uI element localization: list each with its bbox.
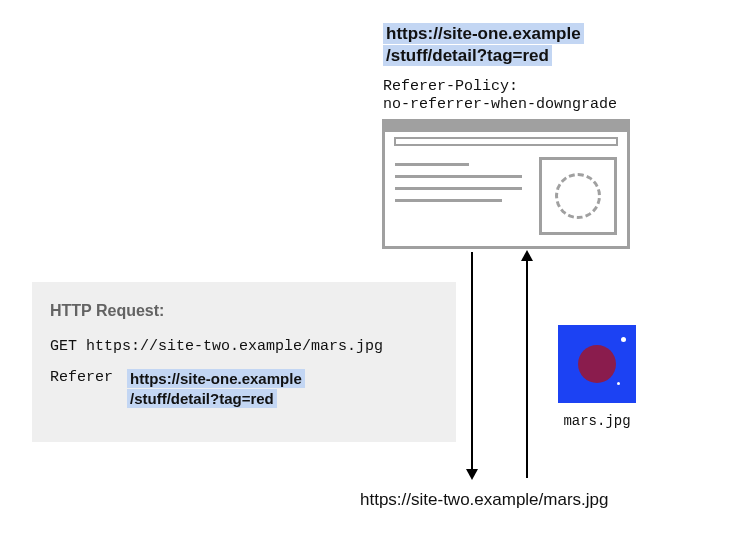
image-thumbnail: mars.jpg [558,325,636,429]
text-line [395,163,469,166]
page-url-line1: https://site-one.example [383,23,584,44]
resource-url: https://site-two.example/mars.jpg [360,490,608,510]
browser-titlebar [385,122,627,132]
request-arrow-down-icon [471,252,473,478]
image-placeholder [539,157,617,235]
page-url: https://site-one.example /stuff/detail?t… [383,23,584,67]
browser-window [382,119,630,249]
text-line [395,199,502,202]
text-lines [395,157,529,235]
text-line [395,187,522,190]
response-arrow-up-icon [526,252,528,478]
referer-policy-label: Referer-Policy: [383,78,518,95]
mars-image-icon [558,325,636,403]
referer-value-line2: /stuff/detail?tag=red [127,389,277,408]
text-line [395,175,522,178]
browser-urlbar [394,137,618,146]
http-request-panel: HTTP Request: GET https://site-two.examp… [32,282,456,442]
referer-value-line1: https://site-one.example [127,369,305,388]
image-filename: mars.jpg [558,413,636,429]
placeholder-circle-icon [555,173,601,219]
http-request-referer: Referer https://site-one.example /stuff/… [50,369,438,410]
referer-policy: Referer-Policy: no-referrer-when-downgra… [383,78,617,114]
referer-policy-value: no-referrer-when-downgrade [383,96,617,113]
referer-label: Referer [50,369,113,386]
page-url-line2: /stuff/detail?tag=red [383,45,552,66]
http-request-get-line: GET https://site-two.example/mars.jpg [50,338,438,355]
browser-content [385,151,627,245]
http-request-title: HTTP Request: [50,302,438,320]
